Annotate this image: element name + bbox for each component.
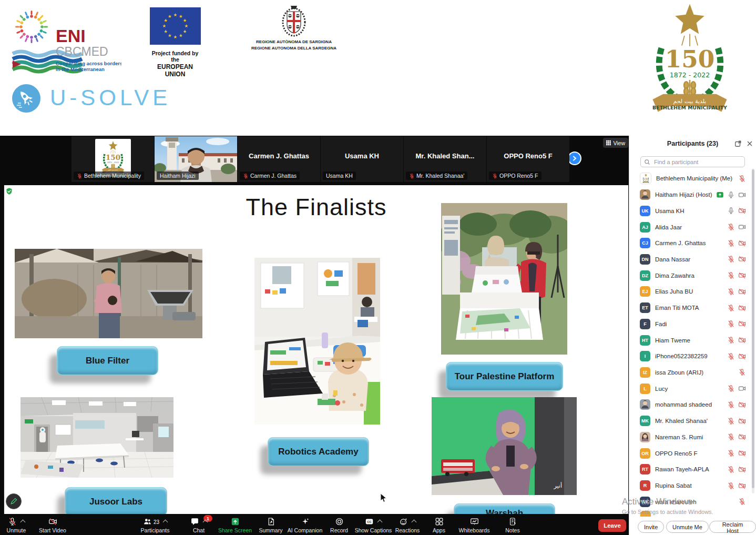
participant-row-carmen-j-ghattas[interactable]: CJCarmen J. Ghattas	[629, 235, 753, 251]
participants-count-badge: 23	[154, 519, 159, 525]
avatar: AJ	[640, 222, 650, 233]
participant-row-oppo-reno5-f[interactable]: OROPPO Reno5 F	[629, 445, 753, 461]
participant-row-mohammad-shadeed[interactable]: mohammad shadeed	[629, 397, 753, 413]
avatar: F	[640, 319, 650, 329]
participant-search-input[interactable]	[653, 158, 741, 166]
participant-row-hiam-tweme[interactable]: HTHiam Tweme	[629, 332, 753, 348]
video-strip: View Bethlehem MunicipalityHaitham Hijaz…	[0, 136, 629, 183]
toolbar-item-label: Apps	[433, 527, 445, 533]
toolbar-item-label: Start Video	[39, 527, 66, 533]
chevron-up-icon[interactable]	[163, 520, 168, 525]
participant-row-issa-zboun-arij[interactable]: IZissa Zboun (ARIJ)	[629, 365, 753, 381]
participant-name: OPPO Reno5 F	[655, 450, 698, 457]
photo-tour-palestine	[441, 203, 567, 355]
avatar: DZ	[640, 270, 650, 281]
muted-mic-icon	[243, 173, 249, 179]
mic-muted-icon	[727, 466, 735, 473]
toolbar-item-start-video[interactable]: Start Video	[29, 518, 76, 533]
participant-row-bethlehem-municipality-me[interactable]: Bethlehem Municipality (Me)	[629, 170, 753, 187]
participant-row-fadi[interactable]: FFadi	[629, 316, 753, 332]
avatar-initials: WK	[641, 499, 649, 504]
leave-button[interactable]: Leave	[598, 519, 626, 532]
avatar-initials: RT	[642, 467, 648, 472]
screen-share-badge-icon	[716, 191, 724, 199]
sardinia-line2: REGIONE AUTONOMA DELLA SARDEGNA	[249, 45, 339, 52]
video-tile-carmen-j-ghattas[interactable]: Carmen J. GhattasCarmen J. Ghattas	[238, 136, 320, 182]
panel-scrollbar	[752, 168, 754, 493]
avatar-initials: EJ	[642, 289, 648, 294]
video-tile-mr-khaled-shanaa[interactable]: Mr. Khaled Shan...Mr. Khaled Shanaa'	[404, 136, 486, 182]
avatar: I	[640, 351, 650, 361]
mic-muted-icon	[738, 498, 746, 506]
svg-text:CC: CC	[367, 520, 372, 523]
participant-row-dima-zawahra[interactable]: DZDima Zawahra	[629, 267, 753, 284]
video-tile-oppo-reno5-f[interactable]: OPPO Reno5 FOPPO Reno5 F	[487, 136, 569, 182]
avatar-initials: I	[645, 354, 646, 359]
participant-status-icons	[716, 191, 746, 199]
participants-panel: Participants (23) Bethlehem Municipality…	[629, 136, 756, 535]
participant-name: Rawan Tayeh-APLA	[655, 466, 709, 472]
avatar-initials: AJ	[642, 225, 648, 230]
sardinia-line1: REGIONE AUTÒNOMA DE SARDIGNA	[249, 39, 339, 45]
participant-row-rupina-sabat[interactable]: RRupina Sabat	[629, 478, 753, 494]
eni-tagline-2: in the Mediterranean	[56, 66, 105, 72]
participant-row-elias-juha-bu[interactable]: EJElias Juha BU	[629, 284, 753, 300]
toolbar-item-label: Record	[330, 527, 348, 533]
participant-list: Bethlehem Municipality (Me)Haitham Hijaz…	[629, 170, 753, 510]
video-tile-haitham-hijazi[interactable]: Haitham Hijazi	[155, 136, 237, 182]
camera-off-icon	[738, 255, 746, 263]
avatar: HT	[640, 335, 650, 346]
chevron-up-icon[interactable]	[377, 520, 383, 525]
participant-row-nareman-s-rumi[interactable]: Nareman S. Rumi	[629, 429, 753, 446]
participant-row-iphone0522382259[interactable]: IiPhone0522382259	[629, 348, 753, 365]
participant-name: issa Zboun (ARIJ)	[655, 369, 703, 376]
participant-row-haitham-hijazi-host[interactable]: Haitham Hijazi (Host)	[629, 187, 753, 203]
view-button[interactable]: View	[603, 138, 628, 148]
popout-panel-button[interactable]	[734, 139, 742, 148]
video-tile-usama-kh[interactable]: Usama KHUsama KH	[321, 136, 403, 182]
avatar: IZ	[640, 367, 650, 378]
reclaim-host-button[interactable]: Reclaim Host	[709, 521, 756, 533]
avatar: OR	[640, 448, 650, 459]
avatar: MK	[640, 416, 650, 426]
avatar	[640, 189, 650, 200]
camera-off-icon	[738, 336, 746, 344]
camera-on-icon	[738, 385, 746, 392]
participant-search[interactable]	[640, 156, 745, 167]
label-tour-palestine-platform: Tour Palestine Platform	[446, 362, 563, 391]
avatar: RT	[640, 464, 650, 475]
participant-status-icons	[738, 498, 746, 506]
people-icon	[143, 517, 152, 527]
panel-scrollbar-thumb[interactable]	[752, 169, 754, 488]
usolve-rocket-icon	[12, 84, 40, 113]
mic-on-icon	[727, 191, 735, 199]
participant-row-wafa-kharoufeh[interactable]: WKwafa kharoufeh	[629, 493, 753, 510]
close-panel-button[interactable]	[745, 139, 754, 148]
participant-row-rawan-tayeh-apla[interactable]: RTRawan Tayeh-APLA	[629, 461, 753, 478]
participant-row-alida-jaar[interactable]: AJAlida Jaar	[629, 219, 753, 235]
mic-muted-icon	[727, 417, 735, 425]
participant-row-eman-titi-mota[interactable]: ETEman Titi MOTA	[629, 300, 753, 316]
label-blue-filter: Blue Filter	[57, 346, 158, 375]
next-participants-button[interactable]	[568, 152, 581, 165]
invite-button[interactable]: Invite	[638, 521, 664, 533]
participant-name: mohammad shadeed	[655, 401, 712, 408]
avatar-initials: L	[643, 386, 647, 391]
eni-starburst-icon	[15, 11, 48, 43]
avatar-initials: F	[643, 321, 647, 327]
muted-mic-icon	[492, 173, 498, 179]
participant-row-mr-khaled-shanaa[interactable]: MKMr. Khaled Shanaa'	[629, 413, 753, 429]
annotate-button[interactable]	[6, 493, 22, 509]
chevron-up-icon[interactable]	[21, 520, 26, 525]
participant-row-usama-kh[interactable]: UKUsama KH	[629, 203, 753, 219]
toolbar-item-notes[interactable]: Notes	[489, 518, 536, 533]
toolbar-item-label: Unmute	[7, 527, 26, 533]
video-tile-bethlehem-municipality[interactable]: Bethlehem Municipality	[71, 136, 154, 182]
participant-name: Dana Nassar	[655, 256, 690, 263]
participant-row-lucy[interactable]: LLucy	[629, 380, 753, 397]
participant-status-icons	[727, 482, 746, 490]
unmute-me-button[interactable]: Unmute Me	[666, 521, 709, 533]
participant-row-dana-nassar[interactable]: DNDana Nassar	[629, 251, 753, 268]
toolbar-item-participants[interactable]: 23Participants	[131, 518, 179, 533]
usolve-wordmark: U-SOLVE	[50, 85, 171, 110]
